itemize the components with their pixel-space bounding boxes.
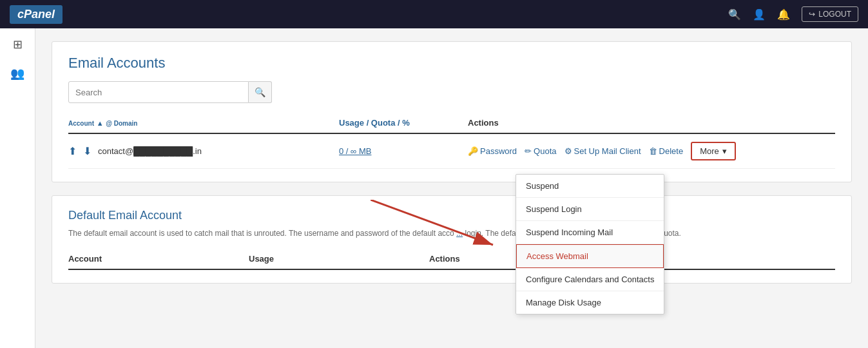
navbar: cPanel 🔍 👤 🔔 ↪ LOGOUT	[0, 0, 868, 28]
default-table-header: Account Usage Actions	[68, 249, 835, 270]
row-upload-icon[interactable]: ⬆	[68, 145, 77, 157]
trash-icon: 🗑	[649, 146, 657, 156]
search-input[interactable]	[68, 81, 249, 103]
email-accounts-card: Email Accounts 🔍 Account ▲ @ Domain Usag…	[52, 41, 852, 182]
sidebar: ⊞ 👥	[0, 28, 35, 348]
gear-icon: ⚙	[564, 146, 572, 156]
search-row: 🔍	[68, 81, 835, 103]
default-email-card: Default Email Account The default email …	[52, 195, 852, 284]
header-account: Account ▲ @ Domain	[68, 118, 339, 128]
key-icon: 🔑	[468, 146, 478, 156]
dropdown-item-suspend-incoming-mail[interactable]: Suspend Incoming Mail	[516, 221, 664, 244]
header-usage: Usage / Quota / %	[339, 118, 468, 128]
sidebar-users-icon[interactable]: 👥	[8, 64, 27, 83]
dropdown-item-suspend-login[interactable]: Suspend Login	[516, 198, 664, 221]
logout-icon: ↪	[809, 10, 815, 19]
dropdown-item-access-webmail[interactable]: Access Webmail	[516, 244, 664, 268]
delete-link[interactable]: 🗑 Delete	[649, 146, 684, 156]
header-actions: Actions	[468, 118, 835, 128]
row-actions: 🔑 Password ✏ Quota ⚙ Set Up Mail Client …	[468, 142, 835, 160]
dropdown-item-suspend[interactable]: Suspend	[516, 175, 664, 198]
main-layout: ⊞ 👥 Email Accounts 🔍 Account ▲ @ Domain …	[0, 28, 868, 348]
more-dropdown-menu: Suspend Suspend Login Suspend Incoming M…	[516, 174, 664, 314]
brand-logo: cPanel	[10, 5, 63, 24]
sub-header-usage: Usage	[249, 254, 429, 264]
logout-button[interactable]: ↪ LOGOUT	[802, 6, 858, 22]
page-title: Email Accounts	[68, 55, 835, 72]
caret-icon: ▾	[722, 146, 727, 156]
dropdown-item-configure-calendars[interactable]: Configure Calendars and Contacts	[516, 268, 664, 291]
search-button[interactable]: 🔍	[249, 81, 272, 103]
navbar-icons: 🔍 👤 🔔 ↪ LOGOUT	[728, 6, 858, 22]
user-icon[interactable]: 👤	[753, 8, 766, 21]
dropdown-item-manage-disk-usage[interactable]: Manage Disk Usage	[516, 291, 664, 314]
row-email: contact@██████████.in	[98, 146, 202, 156]
main-content: Email Accounts 🔍 Account ▲ @ Domain Usag…	[35, 28, 868, 348]
row-usage: 0 / ∞ MB	[339, 146, 468, 156]
setup-mail-link[interactable]: ⚙ Set Up Mail Client	[564, 146, 641, 156]
search-icon[interactable]: 🔍	[728, 8, 741, 21]
password-link[interactable]: 🔑 Password	[468, 146, 517, 156]
pencil-icon: ✏	[525, 146, 532, 156]
row-download-icon[interactable]: ⬇	[83, 145, 92, 157]
quota-link[interactable]: ✏ Quota	[525, 146, 556, 156]
sidebar-grid-icon[interactable]: ⊞	[8, 35, 27, 54]
default-section-title: Default Email Account	[68, 209, 835, 222]
sub-header-account: Account	[68, 254, 249, 264]
table-header: Account ▲ @ Domain Usage / Quota / % Act…	[68, 113, 835, 134]
bell-icon[interactable]: 🔔	[777, 8, 790, 21]
more-button[interactable]: More ▾	[691, 142, 736, 160]
table-row: ⬆ ⬇ contact@██████████.in 0 / ∞ MB 🔑 Pas…	[68, 134, 835, 169]
more-dropdown-wrapper: More ▾	[691, 142, 736, 160]
